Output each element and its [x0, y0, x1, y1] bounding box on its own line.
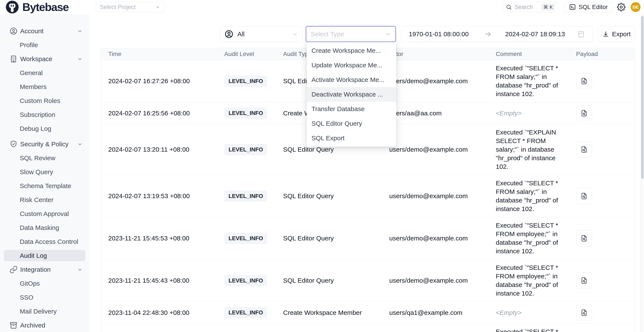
audit-level-badge: LEVEL_INFO: [224, 75, 267, 87]
sidebar-item-custom-approval[interactable]: Custom Approval: [0, 207, 89, 221]
cell-payload: [574, 142, 635, 158]
cell-time: 2023-11-21 15:45:53 +08:00: [100, 235, 224, 242]
table-row: 2024-02-07 13:19:53 +08:00 LEVEL_INFO SQ…: [100, 175, 635, 217]
table-row: 2023-11-21 15:45:43 +08:00 LEVEL_INFO SQ…: [100, 260, 635, 302]
cell-audit-level: LEVEL_INFO: [224, 275, 283, 286]
cell-audit-type: SQL Editor Query: [283, 235, 389, 242]
chevron-down-icon: [77, 56, 83, 62]
sidebar-item-gitops[interactable]: GitOps: [0, 276, 89, 290]
sidebar-item-slow-query[interactable]: Slow Query: [0, 165, 89, 179]
search-shortcut-badge: ⌘ K: [541, 4, 555, 11]
sidebar-item-debug-log[interactable]: Debug Log: [0, 122, 89, 136]
audit-level-badge: LEVEL_INFO: [224, 307, 267, 318]
archive-icon: [10, 321, 18, 330]
avatar[interactable]: DE: [631, 2, 640, 12]
cell-payload: [574, 305, 635, 321]
cell-actor: users/aa@aa.com: [389, 110, 495, 117]
menu-item-activate-workspace-me[interactable]: Activate Workspace Me...: [307, 72, 396, 87]
sidebar-item-mail-delivery[interactable]: Mail Delivery: [0, 304, 89, 318]
view-payload-button[interactable]: [576, 73, 592, 89]
view-payload-button[interactable]: [576, 273, 592, 289]
view-payload-button[interactable]: [576, 305, 592, 321]
cell-actor: users/qa1@example.com: [389, 309, 495, 316]
cell-payload: [574, 73, 635, 89]
cell-audit-type: Create Workspace Member: [283, 309, 389, 316]
cell-audit-level: LEVEL_INFO: [224, 307, 283, 318]
sidebar-item-security-policy[interactable]: Security & Policy: [0, 137, 89, 151]
building-icon: [10, 55, 18, 63]
brand[interactable]: Bytebase: [6, 0, 68, 14]
sidebar-item-schema-template[interactable]: Schema Template: [0, 179, 89, 193]
sidebar-item-account[interactable]: Account: [0, 24, 89, 38]
cell-comment: Executed `"SELECT * FROM salary;"` in da…: [495, 175, 574, 217]
type-filter-select[interactable]: Select Type: [306, 26, 396, 42]
cell-audit-level: LEVEL_INFO: [224, 233, 283, 244]
file-search-icon: [580, 146, 588, 153]
sidebar-item-sso[interactable]: SSO: [0, 290, 89, 304]
audit-level-badge: LEVEL_INFO: [224, 275, 267, 286]
file-search-icon: [580, 309, 588, 317]
audit-level-badge: LEVEL_INFO: [224, 144, 267, 155]
view-payload-button[interactable]: [576, 188, 592, 204]
menu-item-transfer-database[interactable]: Transfer Database: [307, 102, 396, 116]
scrollbar[interactable]: [640, 14, 644, 332]
chevron-down-icon: [155, 4, 160, 10]
cell-time: 2024-02-07 13:19:53 +08:00: [100, 192, 224, 200]
gear-icon[interactable]: [617, 3, 626, 11]
menu-item-sql-export[interactable]: SQL Export: [307, 131, 396, 146]
sidebar-item-audit-log[interactable]: Audit Log: [0, 249, 89, 263]
column-header-time: Time: [100, 51, 224, 57]
project-select[interactable]: Select Project: [96, 2, 164, 12]
menu-item-sql-editor-query[interactable]: SQL Editor Query: [307, 116, 396, 131]
type-filter-menu: Create Workspace Me...Update Workspace M…: [307, 42, 396, 147]
menu-item-deactivate-workspace[interactable]: Deactivate Workspace ...: [307, 87, 396, 102]
user-circle-icon: [10, 27, 18, 35]
sidebar-item-integration[interactable]: Integration: [0, 263, 89, 276]
arrow-right-icon: [484, 30, 492, 38]
sidebar-item-data-access-control[interactable]: Data Access Control: [0, 235, 89, 249]
chevron-down-icon: [385, 31, 391, 37]
view-payload-button[interactable]: [576, 105, 592, 121]
cell-audit-type: SQL Editor Query: [283, 277, 389, 284]
sidebar-item-archived[interactable]: Archived: [0, 318, 89, 332]
cell-audit-type: SQL Editor Query: [283, 192, 389, 200]
cell-actor: users/demo@example.com: [389, 146, 495, 153]
sidebar-item-sql-review[interactable]: SQL Review: [0, 151, 89, 165]
chevron-down-icon: [77, 141, 83, 147]
cell-comment: Executed `"SELECT * FROM employee;"` in …: [495, 260, 574, 302]
date-from: 1970-01-01 08:00:00: [409, 30, 469, 38]
view-payload-button[interactable]: [576, 142, 592, 158]
menu-item-update-workspace-me[interactable]: Update Workspace Me...: [307, 58, 396, 72]
global-search[interactable]: Search ⌘ K: [503, 2, 558, 12]
sql-editor-button[interactable]: SQL Editor: [564, 2, 613, 12]
view-payload-button[interactable]: [576, 230, 592, 246]
cell-comment: <Empty>: [495, 305, 574, 321]
cell-audit-level: LEVEL_INFO: [224, 107, 283, 119]
sidebar-item-subscription[interactable]: Subscription: [0, 108, 89, 122]
actor-filter-select[interactable]: All: [220, 26, 302, 42]
sidebar-item-workspace[interactable]: Workspace: [0, 52, 89, 66]
project-select-placeholder: Select Project: [100, 4, 136, 10]
cell-comment: <Empty>: [495, 105, 574, 121]
sidebar-item-data-masking[interactable]: Data Masking: [0, 221, 89, 235]
chevron-down-icon: [77, 28, 83, 34]
scrollbar-thumb[interactable]: [641, 16, 644, 179]
sidebar-item-custom-roles[interactable]: Custom Roles: [0, 94, 89, 108]
cell-audit-level: LEVEL_INFO: [224, 144, 283, 155]
user-circle-icon: [224, 30, 234, 39]
search-icon: [506, 4, 512, 10]
sidebar-item-members[interactable]: Members: [0, 80, 89, 94]
export-button[interactable]: Export: [598, 26, 635, 42]
date-range-picker[interactable]: 1970-01-01 08:00:00 2024-02-07 18:09:13: [401, 26, 593, 42]
column-header-comment: Comment: [495, 51, 574, 57]
cell-actor: users/demo@example.com: [389, 192, 495, 200]
cell-comment: Executed `"SELECT * FROM department;"` i…: [495, 324, 574, 332]
sidebar-item-risk-center[interactable]: Risk Center: [0, 193, 89, 207]
menu-item-create-workspace-me[interactable]: Create Workspace Me...: [307, 43, 396, 58]
sidebar-nav: Account Profile Workspace General Member…: [0, 24, 89, 332]
sidebar-item-profile[interactable]: Profile: [0, 38, 89, 52]
file-search-icon: [580, 77, 588, 85]
sidebar-item-general[interactable]: General: [0, 66, 89, 80]
audit-level-badge: LEVEL_INFO: [224, 233, 267, 244]
column-header-audit-level: Audit Level: [224, 51, 283, 57]
